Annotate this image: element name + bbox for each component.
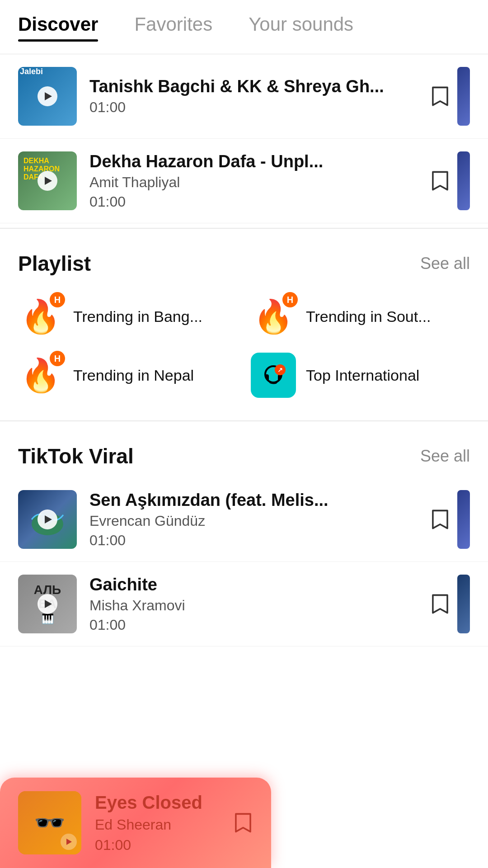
now-playing-title: Eyes Closed xyxy=(95,793,211,813)
divider-tiktok xyxy=(0,420,488,421)
playlist-item-top-intl[interactable]: ↗ Top International xyxy=(251,353,470,398)
song-thumbnail-sen xyxy=(18,490,77,549)
badge-h-nepal: H xyxy=(50,351,65,366)
play-icon-gaichite xyxy=(45,600,52,608)
playlist-see-all[interactable]: See all xyxy=(420,254,470,273)
badge-h-sout: H xyxy=(282,292,298,307)
playlist-item-trending-bang[interactable]: 🔥 H Trending in Bang... xyxy=(18,294,237,339)
play-icon-jalebi xyxy=(45,92,52,100)
eyes-closed-art: 🕶️ xyxy=(34,808,66,838)
song-item-sen[interactable]: Sen Aşkımızdan (feat. Melis... Evrencan … xyxy=(0,477,488,562)
song-artist-dekha: Amit Thapliyal xyxy=(89,174,421,191)
playlist-item-trending-nepal[interactable]: 🔥 H Trending in Nepal xyxy=(18,353,237,398)
playlist-label-trending-nepal: Trending in Nepal xyxy=(73,367,194,384)
song-title-dekha: Dekha Hazaron Dafa - Unpl... xyxy=(89,152,406,171)
tab-bar: Discover Favorites Your sounds xyxy=(0,0,488,54)
tab-favorites[interactable]: Favorites xyxy=(134,14,212,41)
song-title-jalebi: Tanishk Bagchi & KK & Shreya Gh... xyxy=(89,77,406,96)
song-item-gaichite[interactable]: АЛЬБА 🎹 Gaichite Misha Xramovi 01:00 xyxy=(0,562,488,646)
song-info-gaichite: Gaichite Misha Xramovi 01:00 xyxy=(89,575,421,633)
playlist-label-trending-sout: Trending in Sout... xyxy=(306,308,431,326)
playlist-icon-trending-sout: 🔥 H xyxy=(251,294,296,339)
now-playing-card[interactable]: 🕶️ Eyes Closed Ed Sheeran 01:00 xyxy=(0,778,271,868)
song-thumbnail-jalebi: Jalebi xyxy=(18,67,77,126)
gaichite-thumb-sub: 🎹 xyxy=(42,613,54,625)
playlist-icon-trending-nepal: 🔥 H xyxy=(18,353,63,398)
song-thumbnail-dekha: DEKHAHAZARONDAFA xyxy=(18,151,77,210)
play-button-dekha[interactable] xyxy=(38,171,57,191)
playlist-item-trending-sout[interactable]: 🔥 H Trending in Sout... xyxy=(251,294,470,339)
tab-your-sounds[interactable]: Your sounds xyxy=(249,14,353,41)
bottom-spacer xyxy=(0,646,488,755)
song-artist-sen: Evrencan Gündüz xyxy=(89,513,421,529)
play-triangle-now xyxy=(66,839,72,845)
play-button-gaichite[interactable] xyxy=(38,594,57,614)
playlist-icon-top-intl: ↗ xyxy=(251,353,296,398)
now-playing-artist: Ed Sheeran xyxy=(95,816,211,833)
divider-playlist xyxy=(0,228,488,229)
play-icon-sen xyxy=(45,515,52,524)
partial-thumb-jalebi xyxy=(457,67,470,126)
partial-thumb-gaichite xyxy=(457,575,470,633)
play-button-sen[interactable] xyxy=(38,509,57,529)
song-artist-gaichite: Misha Xramovi xyxy=(89,597,421,614)
tiktok-title: TikTok Viral xyxy=(18,444,134,468)
song-info-jalebi: Tanishk Bagchi & KK & Shreya Gh... 01:00 xyxy=(89,77,421,116)
song-duration-dekha: 01:00 xyxy=(89,193,421,210)
song-duration-sen: 01:00 xyxy=(89,532,421,549)
playlist-icon-trending-bang: 🔥 H xyxy=(18,294,63,339)
playlist-title: Playlist xyxy=(18,251,91,276)
partial-thumb-dekha xyxy=(457,151,470,210)
tiktok-header: TikTok Viral See all xyxy=(0,426,488,477)
playlist-grid: 🔥 H Trending in Bang... 🔥 H Trending in … xyxy=(0,285,488,416)
song-info-dekha: Dekha Hazaron Dafa - Unpl... Amit Thapli… xyxy=(89,152,421,210)
badge-h-bang: H xyxy=(50,292,65,307)
song-info-sen: Sen Aşkımızdan (feat. Melis... Evrencan … xyxy=(89,491,421,549)
playlist-header: Playlist See all xyxy=(0,233,488,285)
bookmark-icon-gaichite[interactable] xyxy=(430,593,450,615)
partial-thumb-sen xyxy=(457,490,470,549)
now-playing-thumbnail: 🕶️ xyxy=(18,791,81,854)
song-duration-jalebi: 01:00 xyxy=(89,99,421,116)
song-duration-gaichite: 01:00 xyxy=(89,617,421,633)
play-icon-dekha xyxy=(45,177,52,185)
playlist-label-trending-bang: Trending in Bang... xyxy=(73,308,202,326)
headphones-icon: ↗ xyxy=(260,362,287,389)
now-playing-info: Eyes Closed Ed Sheeran 01:00 xyxy=(95,793,211,854)
bookmark-icon-dekha[interactable] xyxy=(430,170,450,192)
bookmark-icon-now-playing[interactable] xyxy=(233,811,253,834)
song-item-jalebi[interactable]: Jalebi Tanishk Bagchi & KK & Shreya Gh..… xyxy=(0,54,488,139)
svg-text:↗: ↗ xyxy=(277,366,283,373)
bookmark-icon-jalebi[interactable] xyxy=(430,85,450,108)
thumb-label-jalebi: Jalebi xyxy=(18,67,45,78)
song-title-sen: Sen Aşkımızdan (feat. Melis... xyxy=(89,491,406,510)
song-item-dekha[interactable]: DEKHAHAZARONDAFA Dekha Hazaron Dafa - Un… xyxy=(0,139,488,223)
tab-discover[interactable]: Discover xyxy=(18,14,98,41)
song-title-gaichite: Gaichite xyxy=(89,575,406,594)
song-thumbnail-gaichite: АЛЬБА 🎹 xyxy=(18,575,77,633)
bookmark-icon-sen[interactable] xyxy=(430,508,450,531)
now-play-indicator xyxy=(61,834,77,850)
playlist-label-top-intl: Top International xyxy=(306,367,419,384)
play-button-jalebi[interactable] xyxy=(38,86,57,106)
now-playing-duration: 01:00 xyxy=(95,837,211,854)
tiktok-see-all[interactable]: See all xyxy=(420,447,470,466)
